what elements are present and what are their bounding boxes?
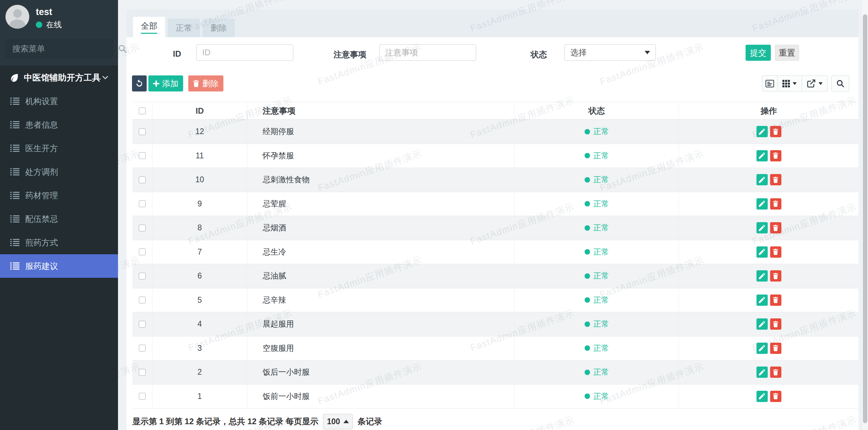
- delete-button[interactable]: [770, 126, 781, 137]
- col-header-id[interactable]: ID: [152, 102, 247, 119]
- edit-button[interactable]: [756, 126, 768, 137]
- edit-button[interactable]: [756, 198, 768, 210]
- delete-button[interactable]: [770, 222, 781, 233]
- tab-normal[interactable]: 正常: [168, 19, 200, 37]
- tab-deleted[interactable]: 删除: [203, 19, 235, 37]
- edit-button[interactable]: [756, 270, 768, 282]
- table-tools: [762, 75, 849, 91]
- tab-all[interactable]: 全部: [133, 17, 165, 37]
- trash-icon: [773, 273, 778, 279]
- table-row: 5 忌辛辣 正常: [132, 288, 858, 313]
- status-dot: [585, 321, 590, 327]
- pencil-icon: [759, 225, 765, 231]
- status-filter-value: 选择: [570, 47, 587, 58]
- status-label: 正常: [593, 367, 609, 377]
- row-checkbox[interactable]: [139, 393, 146, 400]
- sidebar-menu-title[interactable]: 中医馆辅助开方工具: [0, 66, 118, 89]
- table-tools-group: [762, 75, 828, 91]
- delete-button[interactable]: [770, 318, 781, 330]
- sidebar-menu: 机构设置 患者信息 医生开方 处方调剂 药材管理 配伍禁忌 煎药方式: [0, 89, 118, 278]
- delete-button[interactable]: [770, 270, 781, 282]
- cell-status: 正常: [514, 360, 679, 384]
- cell-id: 10: [152, 168, 247, 192]
- edit-button[interactable]: [756, 318, 768, 330]
- row-checkbox[interactable]: [139, 297, 146, 303]
- toolbar-delete-label: 删除: [202, 78, 219, 89]
- edit-button[interactable]: [756, 246, 768, 258]
- table-search-button[interactable]: [831, 75, 849, 91]
- sidebar-menu-item-label: 配伍禁忌: [25, 214, 58, 225]
- scrollbar[interactable]: [862, 0, 868, 430]
- online-status-dot: [36, 22, 42, 28]
- delete-button[interactable]: [770, 246, 781, 258]
- id-filter-input[interactable]: [196, 44, 293, 61]
- sidebar-item-4[interactable]: 药材管理: [0, 184, 118, 207]
- edit-button[interactable]: [756, 174, 768, 185]
- delete-button[interactable]: [770, 367, 781, 378]
- col-header-status[interactable]: 状态: [514, 102, 679, 119]
- trash-icon: [773, 393, 778, 399]
- row-checkbox[interactable]: [139, 128, 146, 135]
- toolbar-delete-button[interactable]: 删除: [188, 75, 223, 91]
- row-checkbox[interactable]: [139, 273, 146, 280]
- row-checkbox[interactable]: [139, 321, 146, 328]
- export-button[interactable]: [801, 75, 828, 91]
- sidebar-item-2[interactable]: 医生开方: [0, 137, 118, 160]
- pencil-icon: [759, 369, 765, 375]
- pencil-icon: [759, 177, 765, 183]
- sidebar-item-3[interactable]: 处方调剂: [0, 160, 118, 184]
- cell-status: 正常: [514, 264, 679, 288]
- edit-button[interactable]: [756, 222, 768, 233]
- reset-button[interactable]: 重置: [775, 45, 799, 61]
- menu-search-input[interactable]: [5, 44, 118, 54]
- row-checkbox[interactable]: [139, 176, 146, 183]
- row-checkbox[interactable]: [139, 200, 146, 207]
- card-view-button[interactable]: [762, 75, 778, 91]
- id-filter-label: ID: [157, 49, 181, 59]
- edit-button[interactable]: [756, 367, 768, 378]
- columns-button[interactable]: [777, 75, 802, 91]
- edit-button[interactable]: [756, 391, 768, 402]
- edit-button[interactable]: [756, 150, 768, 161]
- delete-button[interactable]: [770, 150, 781, 161]
- scrollbar-thumb[interactable]: [863, 14, 867, 423]
- sidebar-item-1[interactable]: 患者信息: [0, 113, 118, 137]
- delete-button[interactable]: [770, 391, 781, 402]
- search-icon: [836, 80, 844, 88]
- sidebar-item-7[interactable]: 服药建议: [0, 254, 118, 278]
- submit-button[interactable]: 提交: [746, 45, 771, 61]
- delete-button[interactable]: [770, 295, 781, 306]
- list-icon: [10, 191, 19, 199]
- edit-button[interactable]: [756, 343, 768, 354]
- list-icon: [10, 168, 19, 176]
- note-filter-input[interactable]: [379, 44, 476, 61]
- delete-button[interactable]: [770, 343, 781, 354]
- cell-id: 9: [152, 192, 247, 216]
- row-checkbox[interactable]: [139, 152, 146, 159]
- refresh-button[interactable]: [132, 75, 147, 91]
- trash-icon: [773, 297, 778, 303]
- trash-icon: [773, 249, 778, 255]
- row-checkbox[interactable]: [139, 248, 146, 255]
- col-header-note[interactable]: 注意事项: [247, 102, 514, 119]
- pagination-info: 显示第 1 到第 12 条记录，总共 12 条记录 每页显示: [132, 416, 318, 427]
- row-checkbox[interactable]: [139, 345, 146, 352]
- edit-button[interactable]: [756, 295, 768, 306]
- delete-button[interactable]: [770, 198, 781, 210]
- delete-button[interactable]: [770, 174, 781, 185]
- avatar[interactable]: [5, 5, 29, 29]
- sidebar-item-5[interactable]: 配伍禁忌: [0, 207, 118, 231]
- status-filter-select[interactable]: 选择: [564, 44, 656, 61]
- add-button[interactable]: 添加: [148, 75, 183, 91]
- cell-note: 饭前一小时服: [247, 385, 514, 408]
- sidebar-item-6[interactable]: 煎药方式: [0, 231, 118, 254]
- page-size-dropdown[interactable]: 100: [323, 414, 353, 429]
- row-checkbox[interactable]: [139, 369, 146, 376]
- cell-actions: [679, 120, 858, 144]
- search-icon[interactable]: [118, 44, 127, 53]
- row-checkbox[interactable]: [139, 225, 146, 231]
- trash-icon: [193, 80, 199, 87]
- sidebar-item-0[interactable]: 机构设置: [0, 89, 118, 113]
- select-all-checkbox[interactable]: [139, 108, 146, 114]
- cell-actions: [679, 264, 858, 288]
